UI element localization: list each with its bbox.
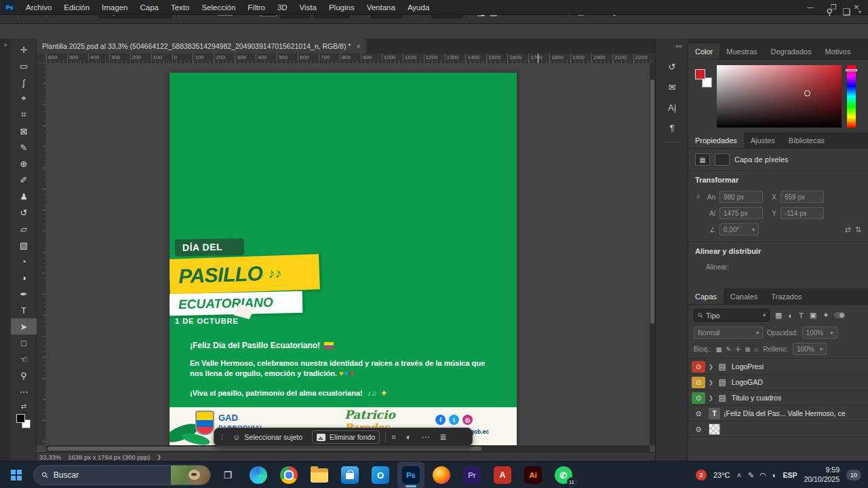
layer-row[interactable]: ⊙ ❯ ▤ T Titulo y cuadros bbox=[688, 390, 868, 406]
document-tab[interactable]: Plantilla 2025.psd al 33,3% (504664122_5… bbox=[37, 39, 366, 54]
rectangular-marquee-tool[interactable]: ▭ bbox=[11, 58, 37, 74]
link-dimensions-icon[interactable]: ∞ bbox=[695, 195, 702, 199]
more-options-icon[interactable]: ⋯ bbox=[421, 432, 429, 442]
layer-row[interactable]: ⊙ ❯ ▤ T LogoPresi bbox=[688, 359, 868, 375]
history-brush-tool[interactable]: ↺ bbox=[11, 204, 37, 221]
filter-pixel-icon[interactable]: ▦ bbox=[775, 311, 782, 320]
menu-item[interactable]: Archivo bbox=[20, 0, 58, 15]
hue-marker[interactable] bbox=[846, 69, 857, 71]
frame-tool[interactable]: ⊠ bbox=[11, 123, 37, 139]
expand-chevron-icon[interactable]: ❯ bbox=[709, 395, 713, 401]
filter-smart-icon[interactable]: ✦ bbox=[823, 311, 829, 320]
transform-icon[interactable]: ⌗ bbox=[391, 432, 396, 442]
minimize-button[interactable]: — bbox=[799, 0, 822, 15]
panel-tab[interactable]: Degradados bbox=[764, 43, 818, 59]
path-selection-tool[interactable]: ➤ bbox=[11, 318, 37, 335]
panel-tab[interactable]: Canales bbox=[724, 288, 764, 304]
panel-tab[interactable]: Ajustes bbox=[744, 132, 782, 148]
brush-tool[interactable]: ✐ bbox=[11, 172, 37, 188]
filter-type-icon[interactable]: T bbox=[799, 312, 804, 320]
lock-position-icon[interactable]: ✛ bbox=[736, 345, 741, 353]
scrollbar-thumb[interactable] bbox=[47, 447, 481, 451]
search-highlight-image[interactable] bbox=[171, 465, 210, 485]
hue-slider[interactable] bbox=[847, 65, 856, 128]
start-button[interactable] bbox=[3, 462, 30, 488]
search-icon[interactable]: ⚲ bbox=[826, 7, 833, 17]
panel-tab[interactable]: Bibliotecas bbox=[782, 132, 831, 148]
taskbar-app-photoshop[interactable]: Ps bbox=[397, 462, 425, 488]
move-tool[interactable]: ✛ bbox=[11, 41, 37, 58]
menu-item[interactable]: Ventana bbox=[361, 0, 401, 15]
weather-temperature[interactable]: 23°C bbox=[713, 471, 730, 479]
drag-handle[interactable]: ⁞ bbox=[221, 433, 223, 441]
lasso-tool[interactable]: ʃ bbox=[11, 74, 37, 90]
panel-tab[interactable]: Color bbox=[688, 43, 719, 59]
panel-tab[interactable]: Trazados bbox=[764, 288, 808, 304]
height-field[interactable]: 1475 px bbox=[719, 207, 763, 219]
hidden-icons-chevron[interactable]: ˄ bbox=[737, 471, 741, 479]
object-selection-tool[interactable]: ⌖ bbox=[11, 90, 37, 107]
layer-row[interactable]: ⊙ ❯ ▤ T bbox=[688, 421, 868, 437]
flip-horizontal-icon[interactable]: ⇄ bbox=[845, 225, 851, 234]
pen-tray-icon[interactable]: ✎ bbox=[748, 471, 754, 480]
taskbar-app-chrome[interactable] bbox=[275, 462, 302, 488]
menu-item[interactable]: Plugins bbox=[323, 0, 361, 15]
select-subject-button[interactable]: ☺ Seleccionar sujeto bbox=[229, 430, 307, 444]
vertical-scrollbar[interactable] bbox=[650, 63, 655, 445]
pen-tool[interactable]: ✒ bbox=[11, 286, 37, 302]
canvas[interactable]: DÍA DEL PASILLO ♪♪ ECUATORIANO 1 DE OCTU… bbox=[170, 73, 517, 445]
color-saturation-field[interactable] bbox=[717, 65, 842, 128]
visibility-toggle[interactable]: ⊙ bbox=[692, 377, 705, 388]
task-view-button[interactable]: ❐ bbox=[214, 462, 241, 488]
clone-stamp-tool[interactable]: ♟ bbox=[11, 188, 37, 204]
color-picker-marker[interactable] bbox=[804, 90, 810, 96]
foreground-color-swatch[interactable] bbox=[16, 414, 25, 423]
double-chevron-icon[interactable]: » bbox=[3, 41, 7, 48]
crop-tool[interactable]: ⌗ bbox=[11, 107, 37, 123]
y-field[interactable]: -114 px bbox=[781, 207, 824, 219]
language-indicator[interactable]: ESP bbox=[783, 471, 797, 479]
history-panel-icon[interactable]: ↺ bbox=[656, 56, 688, 77]
menu-item[interactable]: Capa bbox=[134, 0, 165, 15]
menu-item[interactable]: Texto bbox=[165, 0, 196, 15]
taskbar-app-illustrator[interactable]: Ai bbox=[519, 462, 547, 488]
taskbar-app-whatsapp[interactable]: ✆ 11 bbox=[550, 462, 577, 488]
scrollbar-thumb[interactable] bbox=[650, 79, 654, 324]
workspace-icon[interactable]: ❏ bbox=[842, 7, 850, 17]
taskbar-app-store[interactable] bbox=[336, 462, 363, 488]
expand-chevron-icon[interactable]: ❯ bbox=[709, 379, 713, 386]
filter-shape-icon[interactable]: ▣ bbox=[810, 311, 816, 320]
visibility-toggle[interactable]: ⊙ bbox=[692, 392, 705, 404]
zoom-tool[interactable]: ⚲ bbox=[11, 367, 37, 383]
rectangle-tool[interactable]: □ bbox=[11, 335, 37, 351]
taskbar-app-explorer[interactable] bbox=[306, 462, 333, 488]
width-field[interactable]: 980 px bbox=[719, 191, 763, 203]
lock-pixels-icon[interactable]: ✎ bbox=[726, 345, 732, 353]
comments-panel-icon[interactable]: ✉ bbox=[656, 77, 688, 97]
eraser-tool[interactable]: ▱ bbox=[11, 221, 37, 237]
close-tab-icon[interactable]: × bbox=[356, 42, 360, 50]
menu-item[interactable]: Edición bbox=[58, 0, 96, 15]
taskbar-search[interactable]: ⚲ Buscar bbox=[33, 465, 211, 485]
transform-section-header[interactable]: ⌄ Transformar bbox=[688, 171, 868, 189]
blend-mode-dropdown[interactable]: Normal▾ bbox=[694, 326, 763, 339]
character-panel-icon[interactable]: A| bbox=[656, 97, 688, 117]
notification-badge[interactable]: 10 bbox=[846, 470, 861, 481]
hand-tool[interactable]: ☜ bbox=[11, 351, 37, 367]
taskbar-app-outlook[interactable]: O bbox=[367, 462, 394, 488]
flip-vertical-icon[interactable]: ⇅ bbox=[855, 225, 861, 234]
menu-item[interactable]: Selección bbox=[195, 0, 241, 15]
align-section-header[interactable]: ⌄ Alinear y distribuir bbox=[688, 242, 868, 260]
layer-row[interactable]: ⊙ ❯ ▤ T LogoGAD bbox=[688, 375, 868, 390]
volume-tray-icon[interactable]: ◖ bbox=[772, 471, 776, 479]
menu-item[interactable]: Imagen bbox=[96, 0, 134, 15]
clock[interactable]: 9:59 20/10/2025 bbox=[804, 466, 840, 484]
fill-dropdown[interactable]: 100%▾ bbox=[793, 343, 827, 355]
dodge-tool[interactable]: ◑ bbox=[11, 269, 37, 286]
type-tool[interactable]: T bbox=[11, 302, 37, 318]
healing-brush-tool[interactable]: ⊕ bbox=[11, 155, 37, 172]
visibility-toggle[interactable]: ⊙ bbox=[692, 361, 705, 373]
foreground-background-swatches[interactable] bbox=[11, 411, 37, 432]
eyedropper-tool[interactable]: ✎ bbox=[11, 139, 37, 155]
menu-item[interactable]: Vista bbox=[294, 0, 323, 15]
